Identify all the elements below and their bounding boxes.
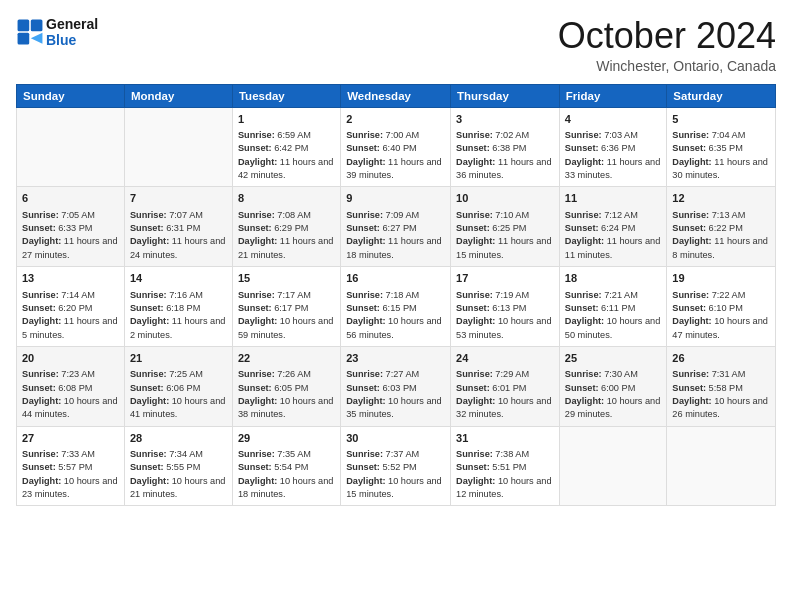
cell-content: Sunrise: 7:35 AMSunset: 5:54 PMDaylight:… xyxy=(238,448,335,501)
svg-marker-3 xyxy=(31,33,43,44)
logo: General Blue xyxy=(16,16,98,48)
cell-content: Sunrise: 7:19 AMSunset: 6:13 PMDaylight:… xyxy=(456,289,554,342)
day-number: 4 xyxy=(565,112,662,127)
calendar-body: 1Sunrise: 6:59 AMSunset: 6:42 PMDaylight… xyxy=(17,107,776,506)
cell-content: Sunrise: 7:05 AMSunset: 6:33 PMDaylight:… xyxy=(22,209,119,262)
calendar-cell: 7Sunrise: 7:07 AMSunset: 6:31 PMDaylight… xyxy=(124,187,232,267)
day-number: 29 xyxy=(238,431,335,446)
col-tuesday: Tuesday xyxy=(232,84,340,107)
day-number: 3 xyxy=(456,112,554,127)
calendar-cell: 16Sunrise: 7:18 AMSunset: 6:15 PMDayligh… xyxy=(341,267,451,347)
logo-text-line1: General xyxy=(46,16,98,32)
cell-content: Sunrise: 7:03 AMSunset: 6:36 PMDaylight:… xyxy=(565,129,662,182)
cell-content: Sunrise: 7:27 AMSunset: 6:03 PMDaylight:… xyxy=(346,368,445,421)
day-number: 5 xyxy=(672,112,770,127)
day-number: 1 xyxy=(238,112,335,127)
svg-rect-0 xyxy=(18,20,30,32)
calendar-cell: 23Sunrise: 7:27 AMSunset: 6:03 PMDayligh… xyxy=(341,346,451,426)
day-number: 19 xyxy=(672,271,770,286)
calendar-cell: 18Sunrise: 7:21 AMSunset: 6:11 PMDayligh… xyxy=(559,267,667,347)
day-number: 16 xyxy=(346,271,445,286)
cell-content: Sunrise: 7:34 AMSunset: 5:55 PMDaylight:… xyxy=(130,448,227,501)
cell-content: Sunrise: 7:29 AMSunset: 6:01 PMDaylight:… xyxy=(456,368,554,421)
day-number: 27 xyxy=(22,431,119,446)
col-thursday: Thursday xyxy=(451,84,560,107)
cell-content: Sunrise: 7:25 AMSunset: 6:06 PMDaylight:… xyxy=(130,368,227,421)
calendar-cell: 13Sunrise: 7:14 AMSunset: 6:20 PMDayligh… xyxy=(17,267,125,347)
page: General Blue October 2024 Winchester, On… xyxy=(0,0,792,612)
week-row-3: 13Sunrise: 7:14 AMSunset: 6:20 PMDayligh… xyxy=(17,267,776,347)
day-number: 20 xyxy=(22,351,119,366)
col-monday: Monday xyxy=(124,84,232,107)
month-title: October 2024 xyxy=(558,16,776,56)
calendar-cell xyxy=(559,426,667,506)
cell-content: Sunrise: 7:04 AMSunset: 6:35 PMDaylight:… xyxy=(672,129,770,182)
cell-content: Sunrise: 7:10 AMSunset: 6:25 PMDaylight:… xyxy=(456,209,554,262)
week-row-5: 27Sunrise: 7:33 AMSunset: 5:57 PMDayligh… xyxy=(17,426,776,506)
calendar-cell: 12Sunrise: 7:13 AMSunset: 6:22 PMDayligh… xyxy=(667,187,776,267)
cell-content: Sunrise: 7:08 AMSunset: 6:29 PMDaylight:… xyxy=(238,209,335,262)
day-number: 15 xyxy=(238,271,335,286)
day-number: 8 xyxy=(238,191,335,206)
col-wednesday: Wednesday xyxy=(341,84,451,107)
cell-content: Sunrise: 6:59 AMSunset: 6:42 PMDaylight:… xyxy=(238,129,335,182)
calendar-cell: 5Sunrise: 7:04 AMSunset: 6:35 PMDaylight… xyxy=(667,107,776,187)
col-saturday: Saturday xyxy=(667,84,776,107)
calendar-cell xyxy=(17,107,125,187)
cell-content: Sunrise: 7:09 AMSunset: 6:27 PMDaylight:… xyxy=(346,209,445,262)
day-number: 2 xyxy=(346,112,445,127)
calendar-cell: 1Sunrise: 6:59 AMSunset: 6:42 PMDaylight… xyxy=(232,107,340,187)
calendar-cell: 8Sunrise: 7:08 AMSunset: 6:29 PMDaylight… xyxy=(232,187,340,267)
calendar-cell: 27Sunrise: 7:33 AMSunset: 5:57 PMDayligh… xyxy=(17,426,125,506)
day-number: 22 xyxy=(238,351,335,366)
day-number: 30 xyxy=(346,431,445,446)
calendar-cell xyxy=(667,426,776,506)
cell-content: Sunrise: 7:17 AMSunset: 6:17 PMDaylight:… xyxy=(238,289,335,342)
cell-content: Sunrise: 7:14 AMSunset: 6:20 PMDaylight:… xyxy=(22,289,119,342)
title-block: October 2024 Winchester, Ontario, Canada xyxy=(558,16,776,74)
calendar-cell: 4Sunrise: 7:03 AMSunset: 6:36 PMDaylight… xyxy=(559,107,667,187)
calendar-cell: 29Sunrise: 7:35 AMSunset: 5:54 PMDayligh… xyxy=(232,426,340,506)
calendar-cell: 11Sunrise: 7:12 AMSunset: 6:24 PMDayligh… xyxy=(559,187,667,267)
day-number: 13 xyxy=(22,271,119,286)
cell-content: Sunrise: 7:13 AMSunset: 6:22 PMDaylight:… xyxy=(672,209,770,262)
week-row-2: 6Sunrise: 7:05 AMSunset: 6:33 PMDaylight… xyxy=(17,187,776,267)
calendar-cell: 9Sunrise: 7:09 AMSunset: 6:27 PMDaylight… xyxy=(341,187,451,267)
calendar-cell: 14Sunrise: 7:16 AMSunset: 6:18 PMDayligh… xyxy=(124,267,232,347)
cell-content: Sunrise: 7:31 AMSunset: 5:58 PMDaylight:… xyxy=(672,368,770,421)
day-number: 25 xyxy=(565,351,662,366)
day-number: 24 xyxy=(456,351,554,366)
calendar-cell: 22Sunrise: 7:26 AMSunset: 6:05 PMDayligh… xyxy=(232,346,340,426)
calendar-cell: 17Sunrise: 7:19 AMSunset: 6:13 PMDayligh… xyxy=(451,267,560,347)
day-number: 23 xyxy=(346,351,445,366)
cell-content: Sunrise: 7:38 AMSunset: 5:51 PMDaylight:… xyxy=(456,448,554,501)
day-number: 11 xyxy=(565,191,662,206)
cell-content: Sunrise: 7:37 AMSunset: 5:52 PMDaylight:… xyxy=(346,448,445,501)
day-number: 28 xyxy=(130,431,227,446)
cell-content: Sunrise: 7:18 AMSunset: 6:15 PMDaylight:… xyxy=(346,289,445,342)
day-number: 14 xyxy=(130,271,227,286)
calendar-cell: 2Sunrise: 7:00 AMSunset: 6:40 PMDaylight… xyxy=(341,107,451,187)
calendar-cell xyxy=(124,107,232,187)
cell-content: Sunrise: 7:21 AMSunset: 6:11 PMDaylight:… xyxy=(565,289,662,342)
location-title: Winchester, Ontario, Canada xyxy=(558,58,776,74)
col-sunday: Sunday xyxy=(17,84,125,107)
calendar-cell: 20Sunrise: 7:23 AMSunset: 6:08 PMDayligh… xyxy=(17,346,125,426)
col-friday: Friday xyxy=(559,84,667,107)
calendar-header: Sunday Monday Tuesday Wednesday Thursday… xyxy=(17,84,776,107)
day-number: 10 xyxy=(456,191,554,206)
calendar-cell: 26Sunrise: 7:31 AMSunset: 5:58 PMDayligh… xyxy=(667,346,776,426)
day-number: 21 xyxy=(130,351,227,366)
logo-text-line2: Blue xyxy=(46,32,98,48)
calendar-cell: 31Sunrise: 7:38 AMSunset: 5:51 PMDayligh… xyxy=(451,426,560,506)
calendar-cell: 6Sunrise: 7:05 AMSunset: 6:33 PMDaylight… xyxy=(17,187,125,267)
day-number: 31 xyxy=(456,431,554,446)
calendar-cell: 15Sunrise: 7:17 AMSunset: 6:17 PMDayligh… xyxy=(232,267,340,347)
day-number: 18 xyxy=(565,271,662,286)
header: General Blue October 2024 Winchester, On… xyxy=(16,16,776,74)
calendar-cell: 3Sunrise: 7:02 AMSunset: 6:38 PMDaylight… xyxy=(451,107,560,187)
cell-content: Sunrise: 7:02 AMSunset: 6:38 PMDaylight:… xyxy=(456,129,554,182)
cell-content: Sunrise: 7:30 AMSunset: 6:00 PMDaylight:… xyxy=(565,368,662,421)
header-row: Sunday Monday Tuesday Wednesday Thursday… xyxy=(17,84,776,107)
cell-content: Sunrise: 7:26 AMSunset: 6:05 PMDaylight:… xyxy=(238,368,335,421)
